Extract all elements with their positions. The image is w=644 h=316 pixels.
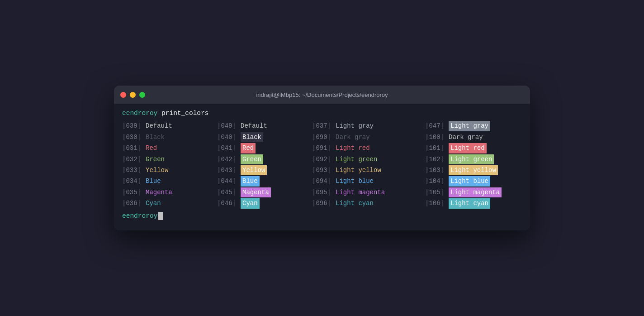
col-entry: |040| Black [217,132,312,143]
ansi-code: |103| [425,165,449,175]
color-name: Light yellow [449,165,498,175]
color-name: Cyan [146,198,161,208]
color-name: Light blue [449,176,490,186]
col-entry: |100| Dark gray [425,132,530,143]
ansi-code: |102| [425,154,449,164]
ansi-code: |091| [312,143,336,153]
table-row: |032| Green|042| Green|092| Light green|… [122,154,522,165]
titlebar: indrajit@iMbp15: ~/Documents/Projects/ee… [114,86,530,104]
traffic-lights [120,92,145,98]
color-name: Yellow [146,165,168,175]
cursor [158,212,163,220]
color-table: |039| Default|049| Default|037| Light gr… [122,120,522,209]
col-entry: |090| Dark gray [312,132,425,143]
color-name: Light green [449,154,494,164]
ansi-code: |093| [312,165,336,175]
prompt-line-1: eendroroy print_colors [122,108,522,119]
col-entry: |043| Yellow [217,165,312,176]
table-row: |039| Default|049| Default|037| Light gr… [122,120,522,131]
col-entry: |091| Light red [312,143,425,153]
ansi-code: |035| [122,187,146,197]
col-entry: |030| Black [122,132,217,143]
col-entry: |041| Red [217,143,312,153]
col-entry: |095| Light magenta [312,187,425,198]
prompt-user-2: eendroroy [122,211,157,221]
color-name: Light red [449,143,487,153]
col-entry: |094| Light blue [312,176,425,187]
prompt-line-2: eendroroy [122,211,522,221]
ansi-code: |032| [122,154,146,164]
ansi-code: |031| [122,143,146,153]
color-name: Light blue [336,176,374,186]
ansi-code: |090| [312,132,336,142]
color-name: Yellow [241,165,267,175]
col-entry: |031| Red [122,143,217,153]
col-entry: |047| Light gray [425,120,530,131]
color-name: Light gray [449,121,490,131]
ansi-code: |033| [122,165,146,175]
col-entry: |103| Light yellow [425,165,530,176]
color-name: Green [146,154,165,164]
color-name: Light cyan [449,198,490,208]
col-entry: |093| Light yellow [312,165,425,176]
col-entry: |033| Yellow [122,165,217,176]
col-entry: |101| Light red [425,143,530,153]
prompt-cmd: print_colors [157,110,208,117]
terminal-window: indrajit@iMbp15: ~/Documents/Projects/ee… [114,86,530,230]
ansi-code: |049| [217,121,241,131]
col-entry: |035| Magenta [122,187,217,198]
maximize-button[interactable] [139,92,145,98]
color-name: Light gray [336,121,374,131]
col-entry: |096| Light cyan [312,198,425,209]
color-name: Dark gray [449,132,483,142]
table-row: |031| Red|041| Red|091| Light red|101| L… [122,143,522,153]
terminal-body[interactable]: eendroroy print_colors |039| Default|049… [114,104,530,230]
color-name: Default [146,121,172,131]
ansi-code: |030| [122,132,146,142]
minimize-button[interactable] [130,92,136,98]
ansi-code: |041| [217,143,241,153]
color-name: Green [241,154,263,164]
col-entry: |049| Default [217,120,312,131]
window-title: indrajit@iMbp15: ~/Documents/Projects/ee… [256,91,388,98]
color-name: Blue [241,176,260,186]
col-entry: |034| Blue [122,176,217,187]
ansi-code: |046| [217,198,241,208]
ansi-code: |047| [425,121,449,131]
table-row: |034| Blue|044| Blue|094| Light blue|104… [122,176,522,187]
color-name: Light magenta [336,187,385,197]
ansi-code: |104| [425,176,449,186]
color-name: Default [241,121,267,131]
col-entry: |105| Light magenta [425,187,530,198]
col-entry: |046| Cyan [217,198,312,209]
col-entry: |106| Light cyan [425,198,530,209]
color-name: Black [146,132,165,142]
ansi-code: |042| [217,154,241,164]
color-name: Light cyan [336,198,374,208]
color-name: Light yellow [336,165,381,175]
ansi-code: |106| [425,198,449,208]
col-entry: |042| Green [217,154,312,165]
prompt-user: eendroroy [122,110,157,117]
ansi-code: |040| [217,132,241,142]
col-entry: |039| Default [122,120,217,131]
col-entry: |032| Green [122,154,217,165]
col-entry: |092| Light green [312,154,425,165]
color-name: Red [241,143,256,153]
col-entry: |036| Cyan [122,198,217,209]
color-name: Light magenta [449,187,502,197]
table-row: |033| Yellow|043| Yellow|093| Light yell… [122,165,522,176]
table-row: |035| Magenta|045| Magenta|095| Light ma… [122,187,522,198]
color-name: Red [146,143,157,153]
col-entry: |044| Blue [217,176,312,187]
ansi-code: |045| [217,187,241,197]
col-entry: |045| Magenta [217,187,312,198]
ansi-code: |094| [312,176,336,186]
table-row: |030| Black|040| Black|090| Dark gray|10… [122,132,522,143]
col-entry: |102| Light green [425,154,530,165]
col-entry: |037| Light gray [312,120,425,131]
color-name: Magenta [241,187,271,197]
ansi-code: |092| [312,154,336,164]
close-button[interactable] [120,92,126,98]
ansi-code: |037| [312,121,336,131]
